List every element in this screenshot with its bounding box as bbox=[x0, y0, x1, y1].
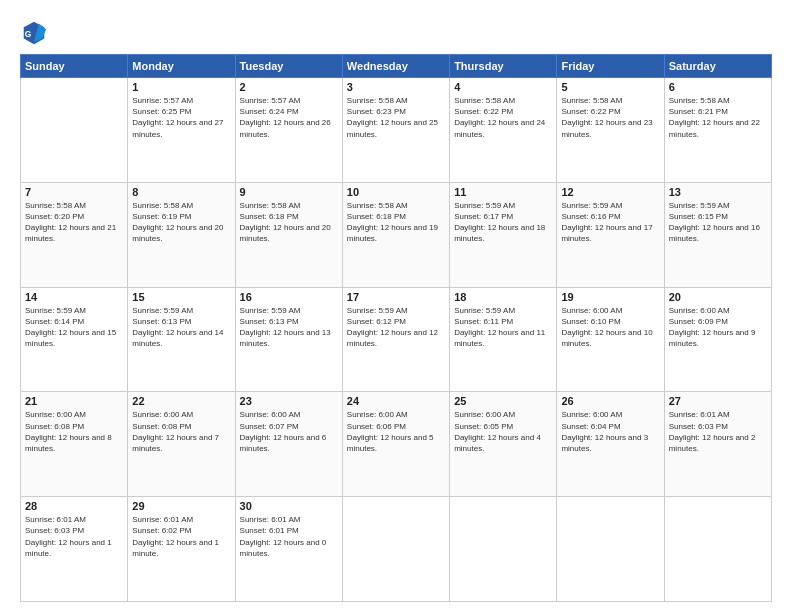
cell-info: Sunrise: 6:00 AMSunset: 6:08 PMDaylight:… bbox=[25, 409, 123, 454]
calendar-cell: 23Sunrise: 6:00 AMSunset: 6:07 PMDayligh… bbox=[235, 392, 342, 497]
calendar-table: SundayMondayTuesdayWednesdayThursdayFrid… bbox=[20, 54, 772, 602]
calendar-cell: 11Sunrise: 5:59 AMSunset: 6:17 PMDayligh… bbox=[450, 182, 557, 287]
day-number: 6 bbox=[669, 81, 767, 93]
cell-info: Sunrise: 5:57 AMSunset: 6:25 PMDaylight:… bbox=[132, 95, 230, 140]
cell-info: Sunrise: 5:59 AMSunset: 6:13 PMDaylight:… bbox=[240, 305, 338, 350]
calendar-cell: 1Sunrise: 5:57 AMSunset: 6:25 PMDaylight… bbox=[128, 78, 235, 183]
cell-info: Sunrise: 5:59 AMSunset: 6:17 PMDaylight:… bbox=[454, 200, 552, 245]
calendar-cell bbox=[450, 497, 557, 602]
calendar-cell: 6Sunrise: 5:58 AMSunset: 6:21 PMDaylight… bbox=[664, 78, 771, 183]
calendar-cell: 3Sunrise: 5:58 AMSunset: 6:23 PMDaylight… bbox=[342, 78, 449, 183]
day-number: 5 bbox=[561, 81, 659, 93]
logo-icon: G bbox=[20, 18, 48, 46]
calendar-cell: 10Sunrise: 5:58 AMSunset: 6:18 PMDayligh… bbox=[342, 182, 449, 287]
cell-info: Sunrise: 6:00 AMSunset: 6:08 PMDaylight:… bbox=[132, 409, 230, 454]
day-number: 29 bbox=[132, 500, 230, 512]
calendar-header-row: SundayMondayTuesdayWednesdayThursdayFrid… bbox=[21, 55, 772, 78]
cell-info: Sunrise: 5:59 AMSunset: 6:14 PMDaylight:… bbox=[25, 305, 123, 350]
calendar-cell bbox=[557, 497, 664, 602]
calendar-header-saturday: Saturday bbox=[664, 55, 771, 78]
calendar-cell bbox=[342, 497, 449, 602]
calendar-header-monday: Monday bbox=[128, 55, 235, 78]
cell-info: Sunrise: 6:00 AMSunset: 6:09 PMDaylight:… bbox=[669, 305, 767, 350]
cell-info: Sunrise: 5:57 AMSunset: 6:24 PMDaylight:… bbox=[240, 95, 338, 140]
cell-info: Sunrise: 5:58 AMSunset: 6:22 PMDaylight:… bbox=[561, 95, 659, 140]
calendar-week-0: 1Sunrise: 5:57 AMSunset: 6:25 PMDaylight… bbox=[21, 78, 772, 183]
calendar-cell bbox=[21, 78, 128, 183]
day-number: 19 bbox=[561, 291, 659, 303]
day-number: 8 bbox=[132, 186, 230, 198]
day-number: 25 bbox=[454, 395, 552, 407]
calendar-week-3: 21Sunrise: 6:00 AMSunset: 6:08 PMDayligh… bbox=[21, 392, 772, 497]
logo: G bbox=[20, 18, 52, 46]
calendar-cell: 16Sunrise: 5:59 AMSunset: 6:13 PMDayligh… bbox=[235, 287, 342, 392]
calendar-week-1: 7Sunrise: 5:58 AMSunset: 6:20 PMDaylight… bbox=[21, 182, 772, 287]
calendar-header-sunday: Sunday bbox=[21, 55, 128, 78]
day-number: 26 bbox=[561, 395, 659, 407]
calendar-cell bbox=[664, 497, 771, 602]
calendar-header-tuesday: Tuesday bbox=[235, 55, 342, 78]
calendar-cell: 18Sunrise: 5:59 AMSunset: 6:11 PMDayligh… bbox=[450, 287, 557, 392]
cell-info: Sunrise: 5:58 AMSunset: 6:23 PMDaylight:… bbox=[347, 95, 445, 140]
cell-info: Sunrise: 6:01 AMSunset: 6:01 PMDaylight:… bbox=[240, 514, 338, 559]
calendar-cell: 26Sunrise: 6:00 AMSunset: 6:04 PMDayligh… bbox=[557, 392, 664, 497]
day-number: 2 bbox=[240, 81, 338, 93]
cell-info: Sunrise: 5:59 AMSunset: 6:12 PMDaylight:… bbox=[347, 305, 445, 350]
day-number: 21 bbox=[25, 395, 123, 407]
day-number: 30 bbox=[240, 500, 338, 512]
day-number: 1 bbox=[132, 81, 230, 93]
cell-info: Sunrise: 5:58 AMSunset: 6:22 PMDaylight:… bbox=[454, 95, 552, 140]
day-number: 13 bbox=[669, 186, 767, 198]
cell-info: Sunrise: 6:01 AMSunset: 6:03 PMDaylight:… bbox=[25, 514, 123, 559]
calendar-cell: 28Sunrise: 6:01 AMSunset: 6:03 PMDayligh… bbox=[21, 497, 128, 602]
calendar-cell: 13Sunrise: 5:59 AMSunset: 6:15 PMDayligh… bbox=[664, 182, 771, 287]
day-number: 22 bbox=[132, 395, 230, 407]
calendar-week-2: 14Sunrise: 5:59 AMSunset: 6:14 PMDayligh… bbox=[21, 287, 772, 392]
calendar-cell: 12Sunrise: 5:59 AMSunset: 6:16 PMDayligh… bbox=[557, 182, 664, 287]
calendar-cell: 15Sunrise: 5:59 AMSunset: 6:13 PMDayligh… bbox=[128, 287, 235, 392]
day-number: 18 bbox=[454, 291, 552, 303]
calendar-cell: 29Sunrise: 6:01 AMSunset: 6:02 PMDayligh… bbox=[128, 497, 235, 602]
calendar-week-4: 28Sunrise: 6:01 AMSunset: 6:03 PMDayligh… bbox=[21, 497, 772, 602]
day-number: 20 bbox=[669, 291, 767, 303]
cell-info: Sunrise: 5:59 AMSunset: 6:16 PMDaylight:… bbox=[561, 200, 659, 245]
calendar-cell: 5Sunrise: 5:58 AMSunset: 6:22 PMDaylight… bbox=[557, 78, 664, 183]
calendar-header-thursday: Thursday bbox=[450, 55, 557, 78]
day-number: 11 bbox=[454, 186, 552, 198]
page: G SundayMondayTuesdayWednesdayThursdayFr… bbox=[0, 0, 792, 612]
cell-info: Sunrise: 6:01 AMSunset: 6:02 PMDaylight:… bbox=[132, 514, 230, 559]
day-number: 3 bbox=[347, 81, 445, 93]
cell-info: Sunrise: 6:01 AMSunset: 6:03 PMDaylight:… bbox=[669, 409, 767, 454]
calendar-cell: 8Sunrise: 5:58 AMSunset: 6:19 PMDaylight… bbox=[128, 182, 235, 287]
day-number: 23 bbox=[240, 395, 338, 407]
cell-info: Sunrise: 5:59 AMSunset: 6:15 PMDaylight:… bbox=[669, 200, 767, 245]
calendar-cell: 2Sunrise: 5:57 AMSunset: 6:24 PMDaylight… bbox=[235, 78, 342, 183]
day-number: 16 bbox=[240, 291, 338, 303]
calendar-cell: 7Sunrise: 5:58 AMSunset: 6:20 PMDaylight… bbox=[21, 182, 128, 287]
calendar-cell: 9Sunrise: 5:58 AMSunset: 6:18 PMDaylight… bbox=[235, 182, 342, 287]
cell-info: Sunrise: 5:58 AMSunset: 6:21 PMDaylight:… bbox=[669, 95, 767, 140]
cell-info: Sunrise: 5:58 AMSunset: 6:18 PMDaylight:… bbox=[240, 200, 338, 245]
calendar-cell: 22Sunrise: 6:00 AMSunset: 6:08 PMDayligh… bbox=[128, 392, 235, 497]
day-number: 17 bbox=[347, 291, 445, 303]
cell-info: Sunrise: 5:59 AMSunset: 6:11 PMDaylight:… bbox=[454, 305, 552, 350]
calendar-cell: 17Sunrise: 5:59 AMSunset: 6:12 PMDayligh… bbox=[342, 287, 449, 392]
cell-info: Sunrise: 6:00 AMSunset: 6:05 PMDaylight:… bbox=[454, 409, 552, 454]
header: G bbox=[20, 18, 772, 46]
day-number: 24 bbox=[347, 395, 445, 407]
day-number: 10 bbox=[347, 186, 445, 198]
calendar-cell: 21Sunrise: 6:00 AMSunset: 6:08 PMDayligh… bbox=[21, 392, 128, 497]
calendar-cell: 4Sunrise: 5:58 AMSunset: 6:22 PMDaylight… bbox=[450, 78, 557, 183]
cell-info: Sunrise: 6:00 AMSunset: 6:07 PMDaylight:… bbox=[240, 409, 338, 454]
day-number: 15 bbox=[132, 291, 230, 303]
cell-info: Sunrise: 5:58 AMSunset: 6:19 PMDaylight:… bbox=[132, 200, 230, 245]
calendar-cell: 25Sunrise: 6:00 AMSunset: 6:05 PMDayligh… bbox=[450, 392, 557, 497]
calendar-cell: 30Sunrise: 6:01 AMSunset: 6:01 PMDayligh… bbox=[235, 497, 342, 602]
calendar-cell: 14Sunrise: 5:59 AMSunset: 6:14 PMDayligh… bbox=[21, 287, 128, 392]
cell-info: Sunrise: 5:58 AMSunset: 6:20 PMDaylight:… bbox=[25, 200, 123, 245]
day-number: 14 bbox=[25, 291, 123, 303]
calendar-cell: 19Sunrise: 6:00 AMSunset: 6:10 PMDayligh… bbox=[557, 287, 664, 392]
calendar-cell: 24Sunrise: 6:00 AMSunset: 6:06 PMDayligh… bbox=[342, 392, 449, 497]
day-number: 12 bbox=[561, 186, 659, 198]
day-number: 9 bbox=[240, 186, 338, 198]
